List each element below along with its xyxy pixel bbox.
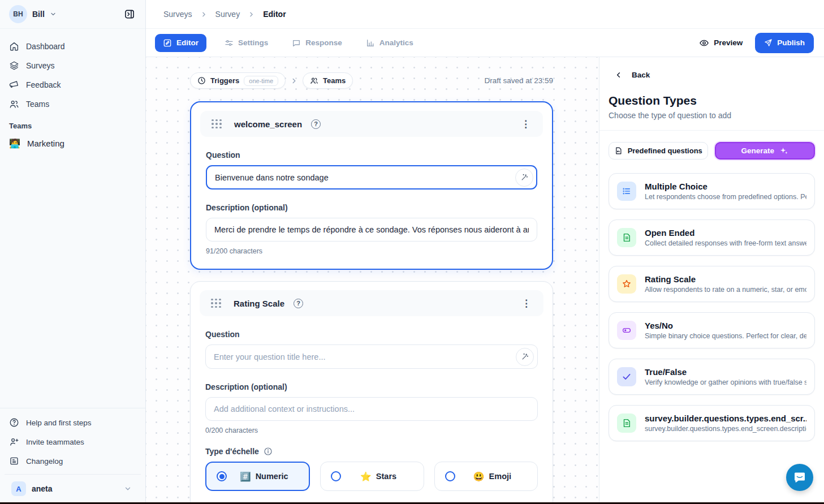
question-type-description: Let respondents choose from predefined o… xyxy=(645,193,806,201)
drag-handle-icon[interactable] xyxy=(212,119,222,129)
question-type-description: Allow respondents to rate on a numeric, … xyxy=(645,286,806,294)
question-type-yes-no[interactable]: Yes/No Simple binary choice questions. P… xyxy=(609,312,815,348)
info-icon[interactable] xyxy=(264,447,273,456)
content-row: Triggers one-time Teams Draft saved at 2… xyxy=(146,57,824,504)
question-card-rating-scale[interactable]: Rating Scale ? ⋮ Question xyxy=(190,281,553,504)
char-count: 0/200 characters xyxy=(205,427,538,434)
breadcrumb: Surveys Survey Editor xyxy=(146,0,824,29)
question-label: Question xyxy=(205,330,538,339)
magic-wand-icon xyxy=(521,352,529,361)
question-type-end-screen[interactable]: survey.builder.questions.types.end_scr..… xyxy=(609,405,815,441)
sidebar-item-dashboard[interactable]: Dashboard xyxy=(5,37,141,56)
tab-label: Editor xyxy=(176,38,199,47)
description-label: Description (optional) xyxy=(205,382,538,391)
preview-label: Preview xyxy=(714,38,743,47)
triggers-label: Triggers xyxy=(210,76,239,85)
tab-bar: Editor Settings Response Analytics Previ… xyxy=(146,29,824,57)
radio-icon xyxy=(331,471,341,481)
numeric-emoji-icon: #️⃣ xyxy=(240,471,251,482)
check-icon xyxy=(622,372,632,382)
publish-button[interactable]: Publish xyxy=(755,33,814,53)
preview-button[interactable]: Preview xyxy=(699,38,743,48)
question-type-open-ended[interactable]: Open Ended Collect detailed responses wi… xyxy=(609,219,815,256)
question-title-input[interactable] xyxy=(205,344,538,369)
changelog-icon xyxy=(9,456,19,466)
user-plus-icon xyxy=(9,437,19,447)
description-input[interactable] xyxy=(205,397,538,421)
question-type-description: Simple binary choice questions. Perfect … xyxy=(645,332,806,340)
chevron-right-icon xyxy=(290,77,298,85)
file-text-icon xyxy=(622,418,632,428)
question-type-multiple-choice[interactable]: Multiple Choice Let respondents choose f… xyxy=(609,173,815,209)
predefined-questions-button[interactable]: Predefined questions xyxy=(609,142,708,160)
question-type-true-false[interactable]: True/False Verify knowledge or gather op… xyxy=(609,359,815,395)
sidebar-item-surveys[interactable]: Surveys xyxy=(5,56,141,75)
sidebar-item-changelog[interactable]: Changelog xyxy=(5,451,141,471)
sidebar-team-marketing[interactable]: 🧑‍💻 Marketing xyxy=(0,133,145,153)
tab-response[interactable]: Response xyxy=(286,34,348,52)
triggers-chip[interactable]: Triggers one-time xyxy=(190,72,286,89)
question-title-input[interactable] xyxy=(206,165,537,189)
sparkles-icon xyxy=(779,147,788,156)
trigger-frequency-badge: one-time xyxy=(244,76,278,86)
scale-option-emoji[interactable]: 😃 Emoji xyxy=(434,462,538,491)
teams-chip[interactable]: Teams xyxy=(303,72,353,89)
sidebar-item-invite[interactable]: Invite teammates xyxy=(5,432,141,451)
team-label: Marketing xyxy=(27,139,64,148)
breadcrumb-editor: Editor xyxy=(263,10,286,19)
account-switcher[interactable]: A aneta xyxy=(5,474,141,504)
list-icon xyxy=(622,186,632,196)
scale-option-stars[interactable]: ⭐ Stars xyxy=(320,462,424,491)
chat-widget-button[interactable] xyxy=(786,464,813,491)
tab-label: Analytics xyxy=(379,38,413,47)
breadcrumb-survey[interactable]: Survey xyxy=(215,10,240,19)
sidebar-item-label: Surveys xyxy=(26,61,55,70)
survey-canvas: Triggers one-time Teams Draft saved at 2… xyxy=(146,57,599,504)
sidebar-section-teams-label: Teams xyxy=(0,114,145,133)
question-type-title: True/False xyxy=(645,367,806,377)
help-icon[interactable]: ? xyxy=(311,119,321,129)
scale-type-label: Type d'échelle xyxy=(205,447,259,456)
panel-subtitle: Choose the type of question to add xyxy=(609,111,815,120)
drag-handle-icon[interactable] xyxy=(211,299,221,308)
back-button[interactable]: Back xyxy=(614,71,815,79)
tab-settings[interactable]: Settings xyxy=(219,34,274,52)
question-type-description: survey.builder.questions.types.end_scree… xyxy=(645,425,806,433)
star-icon xyxy=(622,279,632,289)
scale-type-options: #️⃣ Numeric ⭐ Stars xyxy=(205,462,538,491)
chevron-right-icon xyxy=(200,11,208,18)
smiley-emoji-icon: 😃 xyxy=(473,471,485,482)
workspace-avatar: BH xyxy=(9,5,27,23)
sidebar-item-label: Feedback xyxy=(26,80,61,89)
ai-wand-button[interactable] xyxy=(515,169,533,187)
workspace-switcher[interactable]: BH Bill xyxy=(9,5,57,23)
description-input[interactable] xyxy=(206,218,537,242)
ai-wand-button[interactable] xyxy=(516,348,534,366)
scale-option-label: Emoji xyxy=(489,472,511,481)
question-card-welcome-screen[interactable]: welcome_screen ? ⋮ Question xyxy=(190,101,553,270)
kebab-menu-icon[interactable]: ⋮ xyxy=(518,296,534,311)
bar-chart-icon xyxy=(366,38,375,48)
megaphone-icon xyxy=(9,80,19,90)
file-text-icon xyxy=(622,232,632,243)
help-circle-icon xyxy=(9,417,19,428)
divider xyxy=(599,130,824,131)
sidebar-item-label: Teams xyxy=(26,100,49,109)
sidebar-item-teams[interactable]: Teams xyxy=(5,94,141,114)
help-icon[interactable]: ? xyxy=(294,299,303,308)
kebab-menu-icon[interactable]: ⋮ xyxy=(517,117,534,131)
scale-option-label: Stars xyxy=(376,472,396,481)
sidebar-item-help[interactable]: Help and first steps xyxy=(5,413,141,432)
sidebar-item-feedback[interactable]: Feedback xyxy=(5,75,141,94)
card-title: welcome_screen xyxy=(234,119,302,129)
tab-analytics[interactable]: Analytics xyxy=(360,34,419,52)
home-icon xyxy=(9,41,19,51)
question-type-rating-scale[interactable]: Rating Scale Allow respondents to rate o… xyxy=(609,266,815,302)
generate-button[interactable]: Generate xyxy=(715,142,816,160)
breadcrumb-surveys[interactable]: Surveys xyxy=(163,10,192,19)
tab-editor[interactable]: Editor xyxy=(155,34,206,52)
scale-option-numeric[interactable]: #️⃣ Numeric xyxy=(205,462,310,491)
eye-icon xyxy=(699,38,709,48)
sidebar-collapse-button[interactable] xyxy=(121,6,138,23)
sidebar-item-label: Dashboard xyxy=(26,42,65,51)
